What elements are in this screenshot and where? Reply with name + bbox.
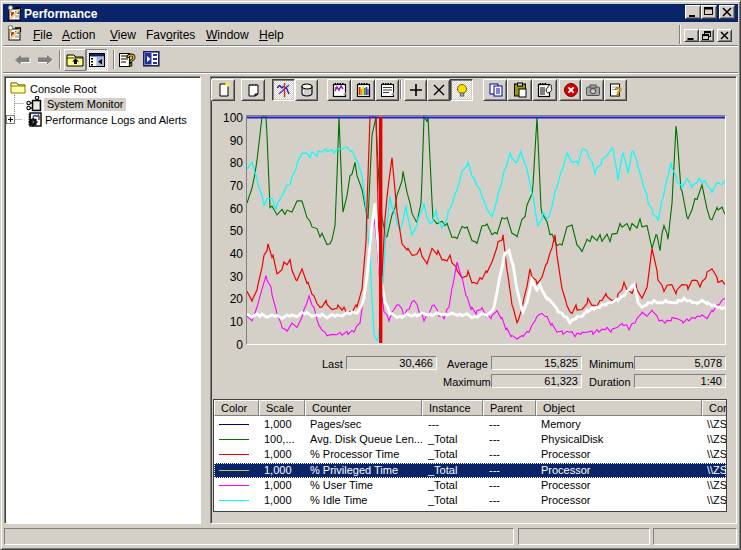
svg-text:?: ? <box>126 52 136 69</box>
svg-text:?: ? <box>615 85 622 98</box>
